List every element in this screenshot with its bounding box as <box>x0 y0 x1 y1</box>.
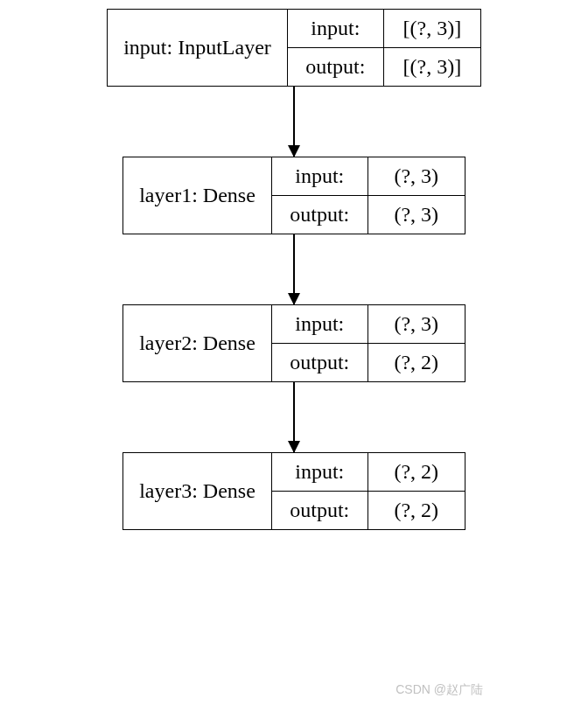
spec-val: [(?, 3)] <box>384 10 480 47</box>
spec-row-input: input: (?, 3) <box>272 157 465 196</box>
spec-val: (?, 2) <box>368 344 465 381</box>
spec-val: (?, 3) <box>368 305 465 343</box>
layer-node-dense2: layer2: Dense input: (?, 3) output: (?, … <box>122 304 466 382</box>
spec-key: input: <box>288 10 384 47</box>
spec-row-input: input: [(?, 3)] <box>288 10 480 48</box>
spec-row-output: output: (?, 2) <box>272 344 465 381</box>
spec-key: output: <box>288 48 384 86</box>
model-diagram: input: InputLayer input: [(?, 3)] output… <box>9 9 579 530</box>
spec-key: input: <box>272 305 368 343</box>
spec-row-output: output: [(?, 3)] <box>288 48 480 86</box>
layer-node-input: input: InputLayer input: [(?, 3)] output… <box>107 9 481 87</box>
spec-key: input: <box>272 453 368 491</box>
spec-val: (?, 2) <box>368 453 465 491</box>
spec-val: (?, 3) <box>368 157 465 195</box>
spec-key: output: <box>272 196 368 234</box>
spec-key: output: <box>272 492 368 529</box>
spec-key: output: <box>272 344 368 381</box>
layer-specs: input: [(?, 3)] output: [(?, 3)] <box>288 10 480 86</box>
layer-specs: input: (?, 2) output: (?, 2) <box>272 453 465 529</box>
layer-node-dense3: layer3: Dense input: (?, 2) output: (?, … <box>122 452 466 530</box>
layer-label: input: InputLayer <box>108 10 288 86</box>
spec-row-output: output: (?, 3) <box>272 196 465 234</box>
layer-label: layer2: Dense <box>123 305 272 381</box>
spec-val: (?, 2) <box>368 492 465 529</box>
arrow-icon <box>293 234 295 304</box>
arrow-icon <box>293 382 295 452</box>
layer-label: layer1: Dense <box>123 157 272 234</box>
layer-node-dense1: layer1: Dense input: (?, 3) output: (?, … <box>122 157 466 234</box>
layer-label: layer3: Dense <box>123 453 272 529</box>
spec-val: [(?, 3)] <box>384 48 480 86</box>
layer-specs: input: (?, 3) output: (?, 3) <box>272 157 465 234</box>
arrow-icon <box>293 87 295 157</box>
spec-row-input: input: (?, 2) <box>272 453 465 492</box>
spec-row-output: output: (?, 2) <box>272 492 465 529</box>
spec-val: (?, 3) <box>368 196 465 234</box>
layer-specs: input: (?, 3) output: (?, 2) <box>272 305 465 381</box>
spec-key: input: <box>272 157 368 195</box>
spec-row-input: input: (?, 3) <box>272 305 465 344</box>
